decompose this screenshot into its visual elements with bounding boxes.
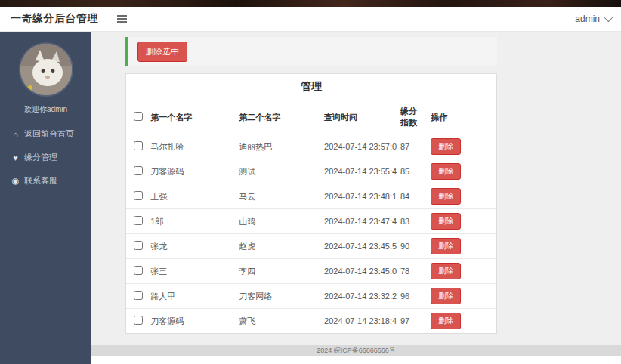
main-content: 删除选中 管理 第一个名字 第二个名字 查询时间 缘分指数 操作	[91, 32, 621, 364]
delete-button[interactable]: 删除	[431, 288, 461, 304]
select-all-checkbox[interactable]	[134, 112, 143, 121]
row-checkbox[interactable]	[134, 316, 143, 325]
table-header-row: 第一个名字 第二个名字 查询时间 缘分指数 操作	[126, 100, 496, 134]
column-header-time: 查询时间	[321, 100, 397, 134]
management-card: 管理 第一个名字 第二个名字 查询时间 缘分指数 操作	[125, 73, 497, 334]
brand-title: 一奇缘分后台管理	[11, 12, 98, 26]
cell-time: 2024-07-14 23:18:46	[321, 309, 397, 334]
contact-icon: ◉	[11, 176, 20, 186]
sidebar-nav: ⌂ 返回前台首页 ♥ 缘分管理 ◉ 联系客服	[0, 122, 91, 193]
cell-name2: 刀客网络	[236, 284, 321, 309]
cell-score: 87	[397, 134, 428, 159]
cell-name2: 迪丽热巴	[236, 134, 321, 159]
cell-name1: 刀客源码	[147, 309, 236, 334]
table-row: 刀客源码 萧飞 2024-07-14 23:18:46 97 删除	[126, 309, 496, 334]
cell-name2: 赵虎	[236, 234, 321, 259]
cell-name1: 张龙	[147, 234, 236, 259]
row-checkbox[interactable]	[134, 291, 143, 300]
row-checkbox[interactable]	[134, 266, 143, 275]
delete-button[interactable]: 删除	[431, 213, 461, 230]
cell-name1: 路人甲	[147, 284, 236, 309]
sidebar-item-label: 缘分管理	[24, 152, 57, 163]
toolbar: 删除选中	[125, 37, 497, 66]
cell-score: 83	[397, 209, 428, 234]
data-table: 第一个名字 第二个名字 查询时间 缘分指数 操作 马尔扎哈 迪丽热巴 2024-…	[126, 100, 496, 333]
cell-name2: 李四	[236, 259, 321, 284]
cell-score: 85	[397, 159, 428, 184]
table-row: 张三 李四 2024-07-14 23:45:04 78 删除	[126, 259, 496, 284]
delete-button[interactable]: 删除	[431, 188, 461, 205]
bottom-strip	[91, 356, 621, 364]
cell-name2: 马云	[236, 184, 321, 209]
cell-name1: 刀客源码	[147, 159, 236, 184]
row-checkbox[interactable]	[134, 191, 143, 200]
column-header-name1: 第一个名字	[147, 100, 236, 134]
sidebar: 欢迎你admin ⌂ 返回前台首页 ♥ 缘分管理 ◉ 联系客服	[0, 32, 91, 364]
delete-button[interactable]: 删除	[431, 138, 461, 155]
column-header-actions: 操作	[428, 100, 496, 134]
delete-selected-button[interactable]: 删除选中	[137, 42, 187, 62]
cell-name1: 王强	[147, 184, 236, 209]
delete-button[interactable]: 删除	[431, 238, 461, 254]
cell-name2: 萧飞	[236, 309, 321, 334]
cell-name2: 山鸡	[236, 209, 321, 234]
home-icon: ⌂	[11, 130, 20, 139]
user-name: admin	[575, 14, 600, 24]
icp-text: 2024 皖ICP备66666666号	[317, 346, 396, 356]
row-checkbox[interactable]	[134, 216, 143, 225]
cell-name2: 测试	[236, 159, 321, 184]
cell-time: 2024-07-14 23:48:18	[321, 184, 397, 209]
sidebar-item-contact-support[interactable]: ◉ 联系客服	[0, 169, 91, 193]
chevron-down-icon	[604, 14, 613, 22]
sidebar-item-label: 返回前台首页	[24, 128, 74, 140]
row-checkbox[interactable]	[134, 141, 143, 150]
page-title: 管理	[126, 74, 496, 100]
cell-time: 2024-07-14 23:57:06	[321, 134, 397, 159]
sidebar-item-frontend-home[interactable]: ⌂ 返回前台首页	[0, 122, 91, 146]
cell-name1: 马尔扎哈	[147, 134, 236, 159]
cell-time: 2024-07-14 23:45:04	[321, 259, 397, 284]
cell-score: 84	[397, 184, 428, 209]
column-header-name2: 第二个名字	[236, 100, 321, 134]
table-row: 马尔扎哈 迪丽热巴 2024-07-14 23:57:06 87 删除	[126, 134, 496, 159]
footer-bar: 2024 皖ICP备66666666号	[91, 345, 621, 356]
welcome-text: 欢迎你admin	[24, 104, 67, 115]
heart-icon: ♥	[11, 153, 20, 162]
cell-name1: 1郎	[147, 209, 236, 234]
delete-button[interactable]: 删除	[431, 263, 461, 279]
sidebar-item-yuanfen-manage[interactable]: ♥ 缘分管理	[0, 146, 91, 169]
cell-time: 2024-07-14 23:32:21	[321, 284, 397, 309]
top-strip	[0, 0, 621, 7]
column-header-score: 缘分指数	[397, 100, 428, 134]
table-row: 路人甲 刀客网络 2024-07-14 23:32:21 96 删除	[126, 284, 496, 309]
user-menu[interactable]: admin	[575, 14, 610, 24]
cell-name1: 张三	[147, 259, 236, 284]
table-row: 刀客源码 测试 2024-07-14 23:55:41 85 删除	[126, 159, 496, 184]
table-row: 张龙 赵虎 2024-07-14 23:45:51 90 删除	[126, 234, 496, 259]
delete-button[interactable]: 删除	[431, 313, 461, 329]
table-row: 王强 马云 2024-07-14 23:48:18 84 删除	[126, 184, 496, 209]
cell-score: 78	[397, 259, 428, 284]
cell-time: 2024-07-14 23:47:44	[321, 209, 397, 234]
cell-score: 96	[397, 284, 428, 309]
cell-score: 90	[397, 234, 428, 259]
hamburger-icon[interactable]	[115, 13, 129, 25]
cell-time: 2024-07-14 23:45:51	[321, 234, 397, 259]
cell-time: 2024-07-14 23:55:41	[321, 159, 397, 184]
delete-button[interactable]: 删除	[431, 163, 461, 180]
row-checkbox[interactable]	[134, 241, 143, 250]
app-header: 一奇缘分后台管理 admin	[0, 7, 621, 32]
cell-score: 97	[397, 309, 428, 334]
table-row: 1郎 山鸡 2024-07-14 23:47:44 83 删除	[126, 209, 496, 234]
sidebar-item-label: 联系客服	[24, 175, 57, 187]
row-checkbox[interactable]	[134, 166, 143, 175]
avatar	[19, 42, 73, 97]
